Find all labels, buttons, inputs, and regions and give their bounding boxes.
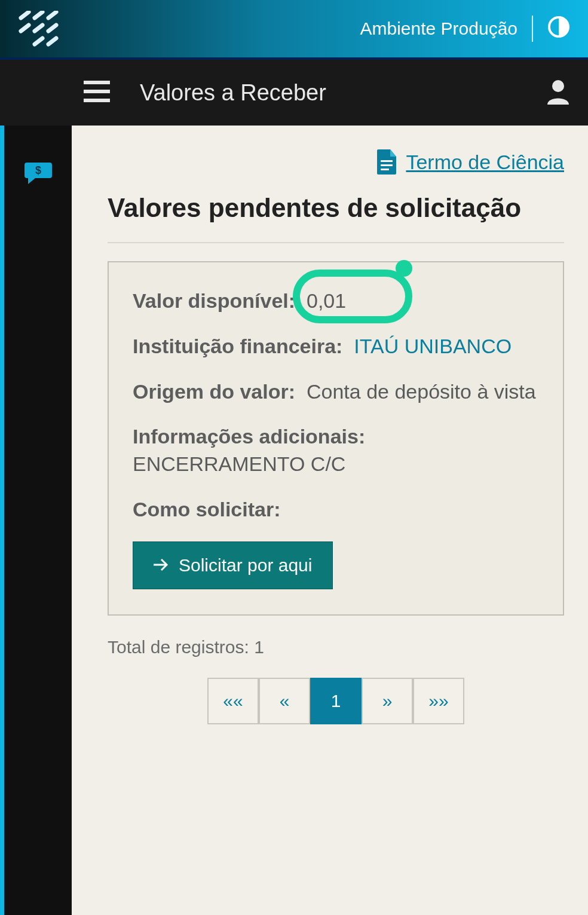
nav-bar: Valores a Receber xyxy=(0,60,588,126)
svg-rect-6 xyxy=(381,160,393,162)
info-value: ENCERRAMENTO C/C xyxy=(133,452,345,475)
origem-value: Conta de depósito à vista xyxy=(307,380,536,403)
svg-rect-2 xyxy=(84,90,110,93)
instituicao-label: Instituição financeira: xyxy=(133,335,342,357)
record-card: Valor disponível: 0,01 Instituição finan… xyxy=(108,261,564,616)
info-label: Informações adicionais: xyxy=(133,425,365,448)
total-value: 1 xyxy=(254,637,264,657)
solicitar-button[interactable]: Solicitar por aqui xyxy=(133,541,333,589)
svg-rect-7 xyxy=(381,164,393,166)
pager-next[interactable]: » xyxy=(362,678,413,724)
main-content: Termo de Ciência Valores pendentes de so… xyxy=(72,126,588,915)
pager-page-current[interactable]: 1 xyxy=(310,678,362,724)
termo-ciencia-link[interactable]: Termo de Ciência xyxy=(406,151,564,174)
bcb-logo-icon xyxy=(18,11,60,47)
valor-disponivel-label: Valor disponível: xyxy=(133,289,295,312)
pager-last[interactable]: »» xyxy=(413,678,464,724)
user-icon[interactable] xyxy=(546,78,570,107)
pagination: «« « 1 » »» xyxy=(108,678,564,724)
vertical-divider xyxy=(532,16,533,42)
hamburger-menu-icon[interactable] xyxy=(84,81,110,105)
svg-rect-1 xyxy=(84,81,110,84)
svg-text:$: $ xyxy=(35,164,41,176)
contrast-toggle-icon[interactable] xyxy=(547,16,570,42)
origem-label: Origem do valor: xyxy=(133,380,295,403)
document-icon xyxy=(377,149,397,175)
page-title: Valores a Receber xyxy=(140,80,326,106)
pager-first[interactable]: «« xyxy=(207,678,259,724)
section-title: Valores pendentes de solicitação xyxy=(108,192,564,243)
arrow-right-icon xyxy=(154,555,169,576)
side-rail: $ xyxy=(0,126,72,915)
total-label: Total de registros: xyxy=(108,637,249,657)
top-bar: Ambiente Produção xyxy=(0,0,588,60)
svg-rect-8 xyxy=(381,169,389,170)
svg-point-4 xyxy=(552,80,564,92)
environment-label: Ambiente Produção xyxy=(360,19,518,39)
chat-money-icon[interactable]: $ xyxy=(4,155,72,189)
svg-rect-3 xyxy=(84,99,110,102)
solicitar-button-label: Solicitar por aqui xyxy=(179,555,312,576)
instituicao-value[interactable]: ITAÚ UNIBANCO xyxy=(354,335,512,357)
como-solicitar-label: Como solicitar: xyxy=(133,498,280,521)
valor-disponivel-value: 0,01 xyxy=(307,289,346,312)
pager-prev[interactable]: « xyxy=(259,678,310,724)
highlight-annotation-dot xyxy=(396,260,412,277)
